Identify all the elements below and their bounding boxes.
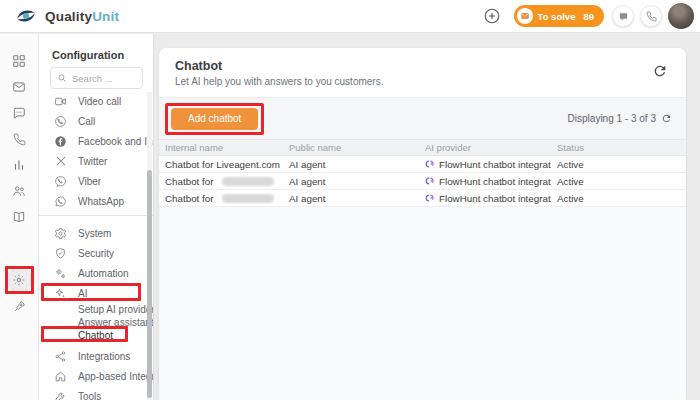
flowhunt-icon bbox=[425, 176, 435, 186]
contacts-icon[interactable] bbox=[6, 178, 32, 204]
dashboard-grid-icon[interactable] bbox=[6, 48, 32, 74]
system-icon bbox=[54, 227, 67, 240]
sidebar-item-label: Call bbox=[78, 116, 95, 127]
mail-icon[interactable] bbox=[6, 74, 32, 100]
internal-name-cell: Chatbot for bbox=[159, 176, 283, 187]
ai-provider-text: FlowHunt chatbot integration - LA bbox=[439, 176, 551, 187]
sidebar-item-label: Video call bbox=[78, 96, 121, 107]
sidebar-item-ai[interactable]: AI bbox=[39, 283, 153, 303]
knowledge-book-icon[interactable] bbox=[6, 204, 32, 230]
sidebar-item-answer-assistant[interactable]: Answer assistant bbox=[39, 316, 153, 329]
sidebar-item-system[interactable]: System bbox=[39, 223, 153, 243]
sidebar-item-integrations[interactable]: Integrations bbox=[39, 346, 153, 366]
column-header: Internal name bbox=[159, 142, 283, 153]
qualityunit-logo-icon bbox=[14, 4, 38, 28]
table-row[interactable]: Chatbot for Liveagent.comAI agentFlowHun… bbox=[159, 156, 686, 173]
to-solve-button[interactable]: To solve 89 bbox=[514, 5, 604, 27]
pagination: Displaying 1 - 3 of 3 bbox=[568, 113, 672, 124]
app-body: Configuration Video callCallFacebook and… bbox=[0, 34, 700, 400]
sidebar-item-label: Setup AI provider bbox=[78, 304, 154, 315]
topbar-actions: To solve 89 bbox=[482, 3, 696, 29]
page-title: Chatbot bbox=[175, 59, 670, 73]
rocket-icon[interactable] bbox=[6, 293, 32, 319]
whatsapp-icon bbox=[54, 195, 67, 208]
security-icon bbox=[54, 247, 67, 260]
table-toolbar: Add chatbot Displaying 1 - 3 of 3 bbox=[159, 97, 686, 139]
brand-name: QualityUnit bbox=[45, 9, 119, 24]
flowhunt-icon bbox=[425, 159, 435, 169]
sidebar-item-label: Answer assistant bbox=[78, 317, 154, 328]
sidebar-item-call[interactable]: Call bbox=[39, 111, 153, 131]
settings-gear-icon[interactable] bbox=[6, 267, 32, 293]
add-circle-icon[interactable] bbox=[482, 6, 502, 26]
internal-name-text: Chatbot for Liveagent.com bbox=[165, 159, 280, 170]
sidebar-item-viber[interactable]: Viber bbox=[39, 171, 153, 191]
sidebar-item-video-call[interactable]: Video call bbox=[39, 91, 153, 111]
sidebar-item-label: Tools bbox=[78, 391, 101, 400]
to-solve-count: 89 bbox=[583, 11, 594, 22]
sidebar-divider bbox=[39, 215, 153, 216]
chat-bubble-icon[interactable] bbox=[6, 100, 32, 126]
calls-button[interactable] bbox=[640, 5, 662, 27]
table-row[interactable]: Chatbot forAI agentFlowHunt chatbot inte… bbox=[159, 173, 686, 190]
sidebar-item-setup-ai-provider[interactable]: Setup AI provider bbox=[39, 303, 153, 316]
sidebar-item-tools[interactable]: Tools bbox=[39, 386, 153, 400]
internal-name-text: Chatbot for bbox=[165, 176, 213, 187]
column-header: Public name bbox=[283, 142, 419, 153]
status-cell: Active bbox=[551, 193, 686, 204]
bar-chart-icon[interactable] bbox=[6, 152, 32, 178]
public-name-cell: AI agent bbox=[283, 176, 419, 187]
redacted-text bbox=[222, 194, 274, 203]
primary-nav-rail bbox=[0, 34, 39, 400]
table-row[interactable]: Chatbot forAI agentFlowHunt chatbot inte… bbox=[159, 190, 686, 207]
add-chatbot-annotation: Add chatbot bbox=[165, 103, 264, 135]
public-name-cell: AI agent bbox=[283, 193, 419, 204]
sidebar-item-label: App-based Integr... bbox=[78, 371, 154, 382]
sidebar-item-label: Twitter bbox=[78, 156, 107, 167]
sidebar-search[interactable] bbox=[50, 67, 143, 89]
internal-name-cell: Chatbot for bbox=[159, 193, 283, 204]
sidebar-item-label: Viber bbox=[78, 176, 101, 187]
user-avatar[interactable] bbox=[668, 3, 694, 29]
messages-button[interactable] bbox=[612, 5, 634, 27]
integrations-icon bbox=[54, 350, 67, 363]
viber-icon bbox=[54, 175, 67, 188]
call-icon bbox=[54, 115, 67, 128]
ai-provider-text: FlowHunt chatbot integration - PAP bbox=[439, 193, 551, 204]
sidebar-item-automation[interactable]: Automation bbox=[39, 263, 153, 283]
video-call-icon bbox=[54, 95, 67, 108]
app-integrations-icon bbox=[54, 370, 67, 383]
sidebar-item-facebook-and-ins[interactable]: Facebook and Ins... bbox=[39, 131, 153, 151]
add-chatbot-button[interactable]: Add chatbot bbox=[171, 108, 258, 130]
to-solve-label: To solve bbox=[538, 11, 576, 22]
sidebar-menu: Video callCallFacebook and Ins...Twitter… bbox=[39, 91, 153, 400]
sidebar-item-label: WhatsApp bbox=[78, 196, 124, 207]
sidebar-item-security[interactable]: Security bbox=[39, 243, 153, 263]
redacted-text bbox=[222, 177, 274, 186]
search-input[interactable] bbox=[72, 73, 134, 84]
sidebar-item-chatbot[interactable]: Chatbot bbox=[39, 329, 153, 342]
column-header: Status bbox=[551, 142, 686, 153]
topbar: QualityUnit To solve 89 bbox=[0, 0, 700, 33]
table-header: Internal namePublic nameAI providerStatu… bbox=[159, 139, 686, 156]
sidebar-scrollbar-thumb[interactable] bbox=[147, 170, 152, 398]
page-subtitle: Let AI help you with answers to you cust… bbox=[175, 76, 670, 87]
column-header: AI provider bbox=[419, 142, 551, 153]
ai-provider-cell: FlowHunt chatbot integration - PAP bbox=[419, 193, 551, 204]
ai-provider-cell: FlowHunt chatbot integration - LA bbox=[419, 159, 551, 170]
table-empty-area bbox=[159, 207, 686, 400]
twitter-icon bbox=[54, 155, 67, 168]
sidebar-item-twitter[interactable]: Twitter bbox=[39, 151, 153, 171]
sidebar-item-whatsapp[interactable]: WhatsApp bbox=[39, 191, 153, 211]
pagination-refresh-icon[interactable] bbox=[661, 113, 672, 124]
internal-name-text: Chatbot for bbox=[165, 193, 213, 204]
configuration-sidebar: Configuration Video callCallFacebook and… bbox=[39, 34, 154, 400]
brand-logo[interactable]: QualityUnit bbox=[14, 4, 119, 28]
sidebar-title: Configuration bbox=[39, 48, 153, 62]
sidebar-item-app-based-integr[interactable]: App-based Integr... bbox=[39, 366, 153, 386]
public-name-cell: AI agent bbox=[283, 159, 419, 170]
card-header: Chatbot Let AI help you with answers to … bbox=[159, 48, 686, 97]
phone-icon[interactable] bbox=[6, 126, 32, 152]
chatbot-card: Chatbot Let AI help you with answers to … bbox=[159, 48, 686, 400]
refresh-icon[interactable] bbox=[652, 63, 668, 79]
